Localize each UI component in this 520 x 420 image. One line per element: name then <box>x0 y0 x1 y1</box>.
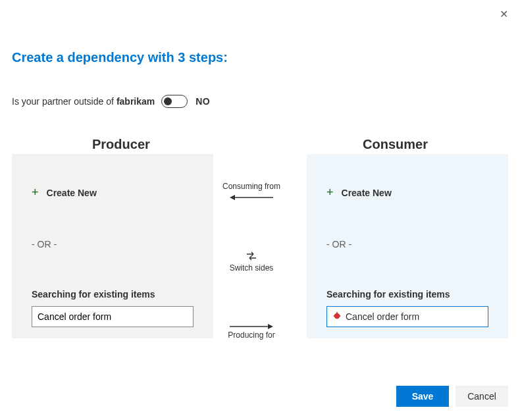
consumer-panel: + Create New - OR - Searching for existi… <box>307 154 508 338</box>
arrow-left-icon <box>228 194 274 201</box>
svg-marker-5 <box>230 195 235 200</box>
consumer-create-new-label: Create New <box>342 188 392 198</box>
save-button[interactable]: Save <box>396 386 449 407</box>
producer-panel: + Create New - OR - Searching for existi… <box>12 154 213 338</box>
bug-icon <box>332 311 342 323</box>
toggle-knob-icon <box>164 97 172 105</box>
producer-create-new-button[interactable]: + Create New <box>32 186 194 199</box>
partner-question-row: Is your partner outside of fabrikam NO <box>12 95 210 108</box>
svg-rect-1 <box>336 311 338 313</box>
switch-sides-button[interactable]: Switch sides <box>220 249 283 273</box>
svg-marker-7 <box>268 324 273 329</box>
arrow-right-icon <box>228 323 274 330</box>
producer-search-input[interactable] <box>32 306 194 327</box>
partner-brand: fabrikam <box>117 96 155 107</box>
partner-outside-toggle[interactable] <box>161 95 188 108</box>
partner-toggle-label: NO <box>195 96 210 107</box>
dialog-title: Create a dependency with 3 steps: <box>12 50 228 65</box>
plus-icon: + <box>32 186 39 199</box>
svg-rect-3 <box>339 315 341 317</box>
consumer-search-suggestion-label: Cancel order form <box>346 311 419 322</box>
plus-icon: + <box>326 186 334 199</box>
dialog-footer: Save Cancel <box>396 386 508 407</box>
swap-icon <box>246 251 257 261</box>
cancel-button[interactable]: Cancel <box>455 386 508 407</box>
consumer-search-label: Searching for existing items <box>326 289 488 300</box>
producing-for-label: Producing for <box>220 320 283 340</box>
producer-heading: Producer <box>92 137 150 152</box>
partner-question-prefix: Is your partner outside of <box>12 96 114 107</box>
producer-search-label: Searching for existing items <box>32 289 194 300</box>
consumer-search-suggestion[interactable]: Cancel order form <box>326 306 488 327</box>
consuming-from-label: Consuming from <box>220 182 283 201</box>
consumer-heading: Consumer <box>363 137 428 152</box>
create-dependency-dialog: ✕ Create a dependency with 3 steps: Is y… <box>0 0 520 420</box>
svg-rect-2 <box>334 315 336 317</box>
close-icon[interactable]: ✕ <box>500 9 508 20</box>
producer-or-label: - OR - <box>32 239 194 249</box>
producer-create-new-label: Create New <box>47 188 97 198</box>
consumer-create-new-button[interactable]: + Create New <box>326 186 488 199</box>
consumer-or-label: - OR - <box>326 239 488 249</box>
